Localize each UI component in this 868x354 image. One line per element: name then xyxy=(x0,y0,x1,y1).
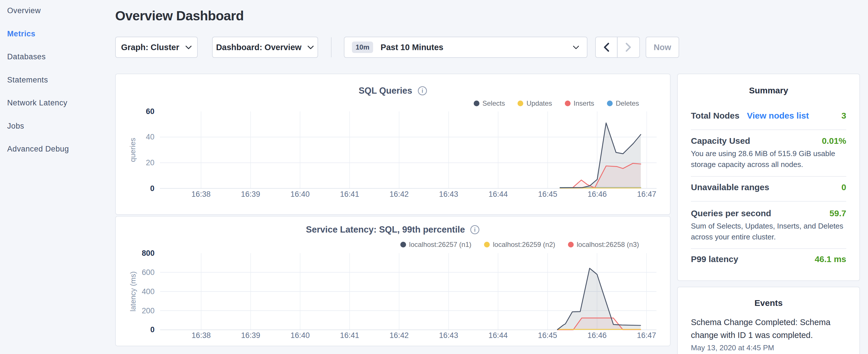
prev-time-button[interactable] xyxy=(596,37,618,57)
sidebar-item-statements[interactable]: Statements xyxy=(7,75,115,99)
row-label: Unavailable ranges xyxy=(691,183,769,192)
svg-text:16:41: 16:41 xyxy=(340,190,359,198)
sidebar-item-overview[interactable]: Overview xyxy=(7,6,115,30)
event-item-text: Schema Change Completed: Schema change w… xyxy=(691,316,848,342)
now-button[interactable]: Now xyxy=(646,37,679,58)
summary-panel: Summary Total Nodes View nodes list 3 Ca… xyxy=(677,74,860,281)
svg-text:40: 40 xyxy=(146,133,154,141)
svg-text:800: 800 xyxy=(142,249,155,257)
page-title: Overview Dashboard xyxy=(115,8,244,24)
summary-title: Summary xyxy=(678,86,859,95)
sidebar-item-metrics[interactable]: Metrics xyxy=(7,30,115,53)
time-range-select[interactable]: 10m Past 10 Minutes xyxy=(344,37,587,58)
svg-text:16:45: 16:45 xyxy=(538,190,557,198)
svg-text:latency (ms): latency (ms) xyxy=(129,271,137,312)
view-nodes-list-link[interactable]: View nodes list xyxy=(747,111,809,121)
divider xyxy=(691,176,846,177)
svg-text:600: 600 xyxy=(142,268,155,277)
dashboard-dropdown-label: Dashboard: Overview xyxy=(216,43,302,52)
chevron-down-icon xyxy=(185,45,192,50)
svg-text:0: 0 xyxy=(150,184,154,193)
row-value: 59.7 xyxy=(830,208,846,218)
controls-divider xyxy=(331,37,332,57)
svg-text:16:40: 16:40 xyxy=(290,190,310,198)
sql-queries-chart-card: SQL Queries i SelectsUpdatesInsertsDelet… xyxy=(115,74,671,215)
chevron-down-icon xyxy=(572,45,580,50)
next-time-button[interactable] xyxy=(618,37,639,57)
svg-text:200: 200 xyxy=(142,307,155,315)
svg-text:16:44: 16:44 xyxy=(489,331,508,340)
row-label: Total Nodes xyxy=(691,111,739,121)
row-description: Sum of Selects, Updates, Inserts, and De… xyxy=(691,221,848,242)
chart-plot[interactable]: 020406016:3816:3916:4016:4116:4216:4316:… xyxy=(116,74,670,214)
events-title: Events xyxy=(678,298,859,308)
svg-text:16:42: 16:42 xyxy=(390,190,409,198)
svg-text:16:41: 16:41 xyxy=(340,331,359,340)
row-value: 0.01% xyxy=(822,136,846,146)
summary-row-p99-latency: P99 latency 46.1 ms xyxy=(691,254,846,264)
svg-text:16:43: 16:43 xyxy=(439,190,458,198)
svg-text:16:45: 16:45 xyxy=(538,331,557,340)
events-panel: Events Schema Change Completed: Schema c… xyxy=(677,287,860,354)
row-label: P99 latency xyxy=(691,254,738,264)
divider xyxy=(691,129,846,130)
svg-text:16:46: 16:46 xyxy=(587,190,607,198)
svg-text:16:39: 16:39 xyxy=(241,190,260,198)
svg-text:16:38: 16:38 xyxy=(191,331,211,340)
svg-text:16:39: 16:39 xyxy=(241,331,260,340)
chevron-right-icon xyxy=(626,43,631,52)
row-value: 46.1 ms xyxy=(815,254,846,264)
row-value: 0 xyxy=(841,183,846,192)
svg-text:16:38: 16:38 xyxy=(191,190,211,198)
svg-text:16:42: 16:42 xyxy=(390,331,409,340)
svg-text:16:44: 16:44 xyxy=(489,190,508,198)
time-range-badge: 10m xyxy=(352,41,373,53)
sidebar: Overview Metrics Databases Statements Ne… xyxy=(0,0,115,354)
svg-text:16:43: 16:43 xyxy=(439,331,458,340)
chevron-down-icon xyxy=(307,45,314,50)
chevron-left-icon xyxy=(603,43,609,52)
row-label: Capacity Used xyxy=(691,136,750,146)
summary-row-total-nodes: Total Nodes View nodes list 3 xyxy=(691,111,846,121)
svg-text:60: 60 xyxy=(146,107,154,116)
summary-row-queries-per-second: Queries per second 59.7 xyxy=(691,208,846,218)
row-value: 3 xyxy=(841,111,846,121)
summary-row-unavailable-ranges: Unavailable ranges 0 xyxy=(691,183,846,192)
sidebar-item-jobs[interactable]: Jobs xyxy=(7,122,115,145)
svg-text:0: 0 xyxy=(150,325,154,334)
svg-text:400: 400 xyxy=(142,287,155,296)
row-label: Queries per second xyxy=(691,208,771,218)
time-range-label: Past 10 Minutes xyxy=(380,43,443,52)
svg-text:queries: queries xyxy=(129,138,137,162)
divider xyxy=(691,248,846,249)
divider xyxy=(691,201,846,202)
svg-text:16:47: 16:47 xyxy=(637,331,656,340)
svg-text:16:40: 16:40 xyxy=(290,331,310,340)
sidebar-item-network-latency[interactable]: Network Latency xyxy=(7,99,115,122)
svg-text:16:46: 16:46 xyxy=(587,331,607,340)
sidebar-item-databases[interactable]: Databases xyxy=(7,53,115,75)
sidebar-item-advanced-debug[interactable]: Advanced Debug xyxy=(7,144,115,168)
graph-dropdown-label: Graph: Cluster xyxy=(121,43,179,52)
time-pager xyxy=(595,37,640,58)
row-description: You are using 28.6 MiB of 515.9 GiB usab… xyxy=(691,148,848,170)
graph-dropdown[interactable]: Graph: Cluster xyxy=(115,37,198,58)
service-latency-chart-card: Service Latency: SQL, 99th percentile i … xyxy=(115,216,671,346)
event-item-timestamp: May 13, 2020 at 4:45 PM xyxy=(691,344,774,352)
svg-text:16:47: 16:47 xyxy=(637,190,656,198)
dashboard-dropdown[interactable]: Dashboard: Overview xyxy=(212,37,318,58)
summary-row-capacity-used: Capacity Used 0.01% xyxy=(691,136,846,146)
now-button-label: Now xyxy=(654,43,671,52)
svg-text:20: 20 xyxy=(146,158,154,167)
chart-plot[interactable]: 020040060080016:3816:3916:4016:4116:4216… xyxy=(116,217,670,346)
